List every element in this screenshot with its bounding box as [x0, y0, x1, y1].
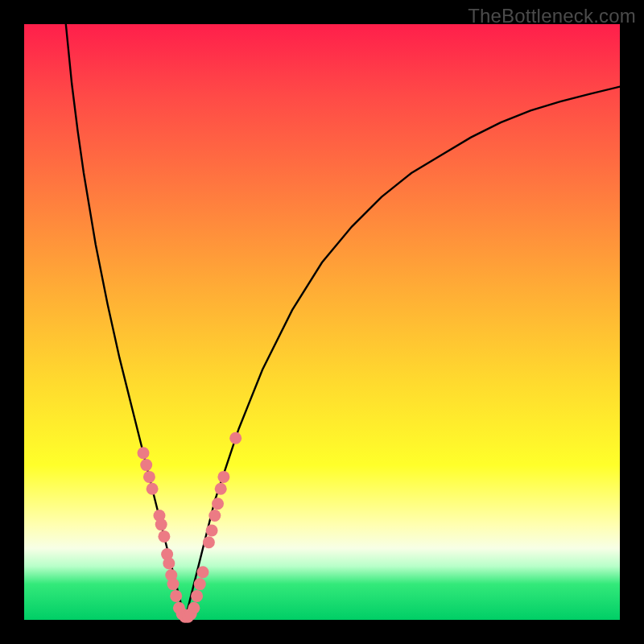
data-marker [229, 432, 242, 444]
data-marker [155, 518, 167, 530]
chart-frame: TheBottleneck.com [0, 0, 644, 644]
data-marker [215, 483, 227, 495]
data-marker [194, 578, 206, 590]
data-marker [158, 530, 170, 543]
data-marker [206, 525, 218, 537]
data-marker [167, 578, 180, 590]
data-marker [138, 447, 150, 459]
data-marker [217, 471, 229, 483]
plot-gradient-area [24, 24, 620, 620]
data-marker [197, 566, 209, 578]
bottleneck-chart-svg [24, 24, 620, 620]
data-marker [212, 497, 224, 510]
marker-group [138, 432, 242, 623]
data-marker [203, 536, 215, 548]
data-marker [140, 459, 152, 471]
data-marker [191, 590, 203, 602]
data-marker [163, 557, 175, 569]
curve-group [66, 24, 620, 620]
data-marker [170, 590, 182, 602]
curve-left-path [66, 24, 185, 620]
data-marker [188, 602, 200, 614]
curve-right-path [185, 87, 620, 620]
data-marker [208, 510, 221, 522]
data-marker [147, 483, 159, 495]
data-marker [143, 471, 155, 483]
watermark-text: TheBottleneck.com [468, 5, 636, 27]
